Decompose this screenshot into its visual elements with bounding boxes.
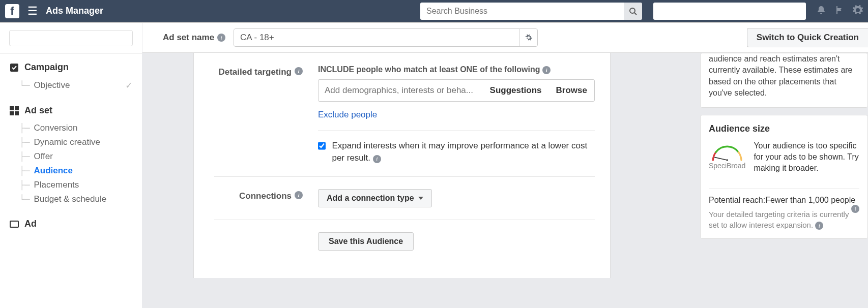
save-audience-button[interactable]: Save this Audience [318, 232, 414, 251]
svg-point-0 [630, 8, 635, 13]
search-button[interactable] [624, 3, 642, 20]
reach-note-text: Your detailed targeting criteria is curr… [709, 210, 849, 229]
sidebar-item-offer[interactable]: ├─Offer [9, 149, 133, 164]
detailed-targeting-row: Detailed targeting i INCLUDE people who … [214, 53, 595, 177]
connections-label: Connections [239, 191, 292, 201]
search-icon [629, 7, 637, 15]
adset-title: Ad set [24, 105, 52, 116]
svg-line-8 [714, 157, 727, 160]
add-connection-button[interactable]: Add a connection type [318, 189, 432, 207]
ad-section: Ad [0, 210, 142, 238]
ad-title: Ad [24, 219, 37, 229]
sidebar-selector[interactable] [9, 30, 133, 46]
ad-icon [9, 219, 19, 229]
estimate-note-card: audience and reach estimates aren't curr… [700, 53, 868, 108]
info-icon[interactable]: i [815, 222, 823, 230]
targeting-input[interactable] [319, 85, 483, 96]
adset-name-input[interactable] [234, 29, 519, 46]
switch-creation-button[interactable]: Switch to Quick Creation [747, 28, 868, 47]
svg-rect-2 [10, 64, 18, 72]
suggestions-link[interactable]: Suggestions [483, 85, 549, 96]
sidebar-item-objective[interactable]: └─Objective [9, 78, 133, 93]
audience-gauge: Speci Broad [709, 140, 745, 181]
potential-reach-value: Fewer than 1,000 people [765, 196, 855, 204]
right-panel: audience and reach estimates aren't curr… [700, 53, 868, 239]
expand-interests-label: Expand interests when it may improve per… [332, 140, 595, 164]
info-icon[interactable]: i [217, 34, 225, 42]
svg-rect-4 [15, 106, 19, 110]
left-sidebar: Campaign └─Objective Ad set ├─Conversion… [0, 23, 142, 278]
sidebar-item-budget[interactable]: └─Budget & schedule [9, 192, 133, 206]
name-settings-button[interactable] [519, 29, 537, 46]
info-icon[interactable]: i [295, 191, 303, 199]
form-card: Detailed targeting i INCLUDE people who … [193, 53, 611, 278]
facebook-logo[interactable]: f [5, 4, 19, 18]
potential-reach-label: Potential reach: [709, 196, 765, 204]
campaign-title: Campaign [24, 62, 69, 73]
targeting-input-wrap: Suggestions Browse [318, 79, 595, 102]
info-icon[interactable]: i [295, 67, 303, 75]
campaign-section: Campaign └─Objective [0, 54, 142, 97]
include-heading: INCLUDE people who match at least ONE of… [318, 65, 540, 74]
gauge-broad-label: Broad [727, 162, 745, 170]
audience-size-card: Audience size Speci Broad Your aud [700, 115, 868, 239]
svg-rect-3 [10, 106, 14, 110]
top-bar: f ☰ Ads Manager [0, 0, 868, 22]
audience-message: Your audience is too specific for your a… [754, 140, 859, 174]
sidebar-item-conversion[interactable]: ├─Conversion [9, 121, 133, 135]
menu-icon[interactable]: ☰ [24, 5, 41, 18]
info-icon[interactable]: i [851, 205, 859, 213]
adset-name-label: Ad set name [163, 33, 214, 43]
search-input[interactable] [420, 3, 624, 20]
info-icon[interactable]: i [542, 66, 551, 74]
adset-icon [9, 106, 19, 116]
gauge-specific-label: Speci [709, 162, 727, 170]
svg-rect-5 [10, 111, 14, 115]
sidebar-item-placements[interactable]: ├─Placements [9, 178, 133, 192]
svg-point-9 [727, 159, 728, 161]
app-title: Ads Manager [46, 6, 103, 16]
detailed-targeting-label: Detailed targeting [218, 67, 292, 77]
estimate-note-text: audience and reach estimates aren't curr… [709, 54, 853, 97]
account-selector[interactable] [653, 3, 806, 20]
connections-row: Connections i Add a connection type [214, 177, 595, 220]
svg-rect-7 [10, 221, 18, 227]
bell-icon[interactable] [816, 5, 826, 17]
search-bar [420, 3, 642, 20]
svg-rect-6 [15, 111, 19, 115]
adset-section: Ad set ├─Conversion ├─Dynamic creative ├… [0, 97, 142, 210]
main-content: Detailed targeting i INCLUDE people who … [142, 53, 868, 278]
svg-line-1 [634, 13, 636, 15]
save-row: Save this Audience [214, 220, 595, 263]
campaign-icon [9, 63, 19, 73]
info-icon[interactable]: i [373, 155, 381, 163]
exclude-people-link[interactable]: Exclude people [318, 110, 377, 120]
audience-size-title: Audience size [709, 124, 859, 134]
sidebar-item-audience[interactable]: ├─Audience [9, 164, 133, 178]
gear-icon[interactable] [853, 5, 863, 17]
sidebar-item-dynamic-creative[interactable]: ├─Dynamic creative [9, 135, 133, 149]
flag-icon[interactable] [834, 5, 845, 17]
browse-link[interactable]: Browse [549, 85, 594, 96]
expand-interests-checkbox[interactable] [318, 141, 326, 150]
chevron-down-icon [418, 197, 423, 200]
